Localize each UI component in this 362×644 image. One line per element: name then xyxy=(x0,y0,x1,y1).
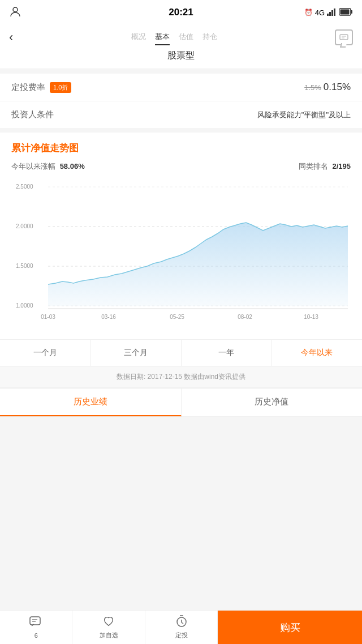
nav-tabs: 概况 基本 估值 持仓 xyxy=(131,29,217,45)
original-fee: 1.5% xyxy=(304,83,321,92)
discount-badge: 1.0折 xyxy=(50,82,71,93)
discounted-fee: 0.15% xyxy=(324,82,351,93)
buy-button[interactable]: 购买 xyxy=(218,611,362,644)
fee-rate-row: 定投费率 1.0折 1.5% 0.15% xyxy=(0,74,362,101)
svg-line-22 xyxy=(182,622,183,624)
svg-rect-6 xyxy=(351,10,352,14)
footer-nav: 6 加自选 定投 购买 xyxy=(0,610,362,644)
svg-rect-2 xyxy=(329,12,331,16)
signal-icon: 4G xyxy=(315,8,325,17)
fee-label: 定投费率 xyxy=(11,82,45,93)
divider-2 xyxy=(0,128,362,133)
footer-watchlist[interactable]: 加自选 xyxy=(72,611,145,644)
svg-rect-7 xyxy=(341,9,350,14)
svg-point-0 xyxy=(13,7,18,12)
page-title: 股票型 xyxy=(9,50,353,64)
x-label-0802: 08-02 xyxy=(238,314,252,320)
user-icon xyxy=(9,5,26,20)
time-tabs: 一个月 三个月 一年 今年以来 xyxy=(0,339,362,366)
investor-label: 投资人条件 xyxy=(11,109,54,120)
data-date-bar: 数据日期: 2017-12-15 数据由wind资讯提供 xyxy=(0,366,362,388)
x-label-0525: 05-25 xyxy=(170,314,184,320)
x-label-1013: 10-13 xyxy=(304,314,318,320)
chart-section: 累计净值走势图 今年以来涨幅 58.06% 同类排名 2/195 2.5000 … xyxy=(0,133,362,339)
chart-container: 2.5000 2.0000 1.5000 1.0000 xyxy=(11,178,351,339)
wifi-icon xyxy=(327,8,337,18)
investor-value: 风险承受能力"平衡型"及以上 xyxy=(257,110,351,120)
battery-icon xyxy=(339,8,353,18)
rank: 同类排名 2/195 xyxy=(299,161,351,172)
y-label-10: 1.0000 xyxy=(16,302,33,309)
tab-ytd[interactable]: 今年以来 xyxy=(272,340,362,366)
y-label-25: 2.5000 xyxy=(16,184,33,190)
tab-history-performance[interactable]: 历史业绩 xyxy=(0,389,182,416)
timer-icon xyxy=(175,615,188,629)
nav-bar: ‹ 概况 基本 估值 持仓 股票型 xyxy=(0,25,362,69)
y-label-20: 2.0000 xyxy=(16,223,33,229)
alarm-icon: ⏰ xyxy=(304,8,313,16)
back-button[interactable]: ‹ xyxy=(9,30,13,45)
tab-history-nav[interactable]: 历史净值 xyxy=(182,389,363,416)
status-icons: ⏰ 4G xyxy=(304,8,353,18)
nav-tab-position[interactable]: 持仓 xyxy=(202,29,217,45)
ytd-growth-label: 今年以来涨幅 xyxy=(11,162,55,170)
ytd-growth-value: 58.06% xyxy=(60,162,85,170)
comment-icon xyxy=(29,616,43,630)
chart-stats: 今年以来涨幅 58.06% 同类排名 2/195 xyxy=(11,161,351,172)
footer-comment[interactable]: 6 xyxy=(0,611,72,644)
svg-rect-8 xyxy=(340,35,348,40)
investor-row: 投资人条件 风险承受能力"平衡型"及以上 xyxy=(0,101,362,128)
heart-icon xyxy=(102,615,115,629)
svg-rect-17 xyxy=(30,617,40,625)
rank-value: 2/195 xyxy=(332,162,351,170)
watchlist-label: 加自选 xyxy=(100,631,118,639)
tab-three-months[interactable]: 三个月 xyxy=(90,340,181,366)
x-label-0103: 01-03 xyxy=(41,314,55,320)
status-bar: 20:21 ⏰ 4G xyxy=(0,0,362,25)
nav-tab-valuation[interactable]: 估值 xyxy=(179,29,193,45)
rank-label: 同类排名 xyxy=(299,162,328,170)
nav-tab-overview[interactable]: 概况 xyxy=(131,29,146,45)
dip-label: 定投 xyxy=(175,631,188,639)
chat-icon[interactable] xyxy=(335,29,353,45)
divider-1 xyxy=(0,69,362,74)
y-label-15: 1.5000 xyxy=(16,263,33,269)
svg-rect-4 xyxy=(334,8,335,16)
content-tabs: 历史业绩 历史净值 xyxy=(0,388,362,417)
nav-tab-basic[interactable]: 基本 xyxy=(155,29,170,45)
footer-dip[interactable]: 定投 xyxy=(145,611,218,644)
svg-rect-1 xyxy=(327,14,329,16)
ytd-growth: 今年以来涨幅 58.06% xyxy=(11,161,85,172)
chart-title: 累计净值走势图 xyxy=(11,142,351,155)
x-label-0316: 03-16 xyxy=(101,314,116,320)
data-date-text: 数据日期: 2017-12-15 数据由wind资讯提供 xyxy=(117,373,245,381)
tab-one-month[interactable]: 一个月 xyxy=(0,340,90,366)
tab-one-year[interactable]: 一年 xyxy=(182,340,272,366)
comment-badge: 6 xyxy=(35,632,38,639)
status-time: 20:21 xyxy=(169,7,193,18)
svg-rect-3 xyxy=(331,10,333,16)
